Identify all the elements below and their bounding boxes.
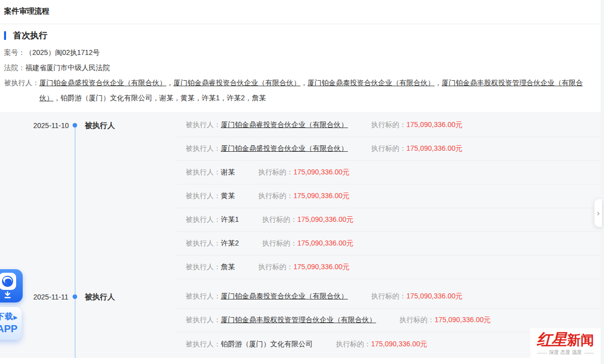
list-separator: ， [195,94,202,102]
court-value: 福建省厦门市中级人民法院 [25,64,110,73]
row-respondent-name: 黄某 [221,192,235,201]
case-number-line: 案号： （2025）闽02执1712号 [4,48,100,57]
row-amount-value: 175,090,336.00元 [293,168,349,177]
row-amount-value: 175,090,336.00元 [435,316,491,325]
respondent-link[interactable]: 铂爵游（厦门）文化有限公司 [61,94,152,102]
row-respondent-label: 被执行人： [186,239,221,248]
row-amount-label: 执行标的： [262,239,297,248]
row-amount-value: 175,090,336.00元 [297,239,353,248]
row-respondent-label: 被执行人： [186,340,221,349]
execution-row: 被执行人：厦门铂金鼎泰投资合伙企业（有限合伙）执行标的：175,090,336.… [176,285,600,309]
list-separator: ， [173,94,180,102]
download-arrow-icon [4,291,12,300]
respondent-name: 黄某 [180,94,195,102]
list-separator: ， [166,79,173,87]
row-amount-label: 执行标的： [258,263,293,272]
tagline-text: 深度 态度 温度 [549,349,582,356]
row-amount-value: 175,090,336.00元 [371,340,427,349]
row-respondent-name: 谢某 [221,168,235,177]
row-amount-value: 175,090,336.00元 [406,120,462,130]
row-respondent-label: 被执行人： [186,292,221,301]
row-amount-label: 执行标的： [262,215,297,224]
row-amount-label: 执行标的： [336,340,371,349]
timeline-groups: 2025-11-10被执行人被执行人：厦门铂金鼎睿投资合伙企业（有限合伙）执行标… [0,113,600,356]
app-download-widget: 下载▶ APP [0,269,24,340]
timeline-area: 2025-11-10被执行人被执行人：厦门铂金鼎睿投资合伙企业（有限合伙）执行标… [0,112,600,358]
execution-row: 被执行人：厦门铂金鼎睿投资合伙企业（有限合伙）执行标的：175,090,336.… [176,113,600,137]
row-amount-value: 175,090,336.00元 [406,144,462,153]
brand-block-text: 新闻 [567,334,594,347]
timeline-group: 2025-11-10被执行人被执行人：厦门铂金鼎睿投资合伙企业（有限合伙）执行标… [0,113,600,279]
row-respondent-label: 被执行人： [186,192,221,201]
tagline-dash-left: —— [537,350,547,355]
case-number-label: 案号： [4,48,25,57]
row-amount-label: 执行标的： [258,192,293,201]
row-amount-label: 执行标的： [399,316,435,325]
respondents-list: 厦门铂金鼎盛投资合伙企业（有限合伙），厦门铂金鼎睿投资合伙企业（有限合伙），厦门… [39,75,598,105]
row-amount-value: 175,090,336.00元 [293,263,349,272]
row-respondent-label: 被执行人： [186,316,221,325]
respondent-link[interactable]: 厦门铂金鼎盛投资合伙企业（有限合伙） [39,79,166,87]
row-respondent-label: 被执行人： [186,263,221,272]
respondents-label: 被执行人： [4,75,39,105]
list-separator: ， [435,79,442,87]
app-download-icon-button[interactable] [0,269,23,302]
page-title: 案件审理流程 [4,7,49,16]
row-respondent-link[interactable]: 厦门铂金鼎丰股权投资管理合伙企业（有限合伙） [221,316,376,325]
timeline-event-title: 被执行人 [85,121,115,131]
timeline-dot-icon [73,123,77,128]
play-arrow-icon: ▶ [14,315,18,320]
row-respondent-link[interactable]: 厦门铂金鼎盛投资合伙企业（有限合伙） [221,144,348,153]
panel-expander[interactable]: › [594,199,602,227]
respondent-link[interactable]: 厦门铂金鼎泰投资合伙企业（有限合伙） [308,79,435,87]
section-accent-bar [4,31,6,40]
row-respondent-link[interactable]: 厦门铂金鼎睿投资合伙企业（有限合伙） [221,120,348,130]
respondents-block: 被执行人： 厦门铂金鼎盛投资合伙企业（有限合伙），厦门铂金鼎睿投资合伙企业（有限… [4,75,598,105]
download-app-button[interactable]: 下载▶ APP [0,307,22,340]
execution-row: 被执行人：黄某执行标的：175,090,336.00元 [176,185,600,208]
row-respondent-link[interactable]: 铂爵游（厦门）文化有限公司 [221,340,313,349]
download-app-text: 下载 [0,312,14,321]
list-separator: ， [53,94,61,102]
row-respondent-label: 被执行人： [186,215,221,224]
row-amount-label: 执行标的： [371,292,406,301]
row-respondent-label: 被执行人： [186,144,221,153]
execution-row: 被执行人：许某1执行标的：175,090,336.00元 [176,208,600,232]
timeline-date: 2025-11-10 [33,122,69,130]
row-amount-label: 执行标的： [258,168,293,177]
list-separator: ， [300,79,308,87]
timeline-rows: 被执行人：厦门铂金鼎睿投资合伙企业（有限合伙）执行标的：175,090,336.… [176,113,600,279]
brand-script-text: 红星 [537,332,566,347]
execution-row: 被执行人：谢某执行标的：175,090,336.00元 [176,161,600,185]
app-logo-icon [0,273,16,290]
timeline-group-left: 2025-11-10被执行人 [0,113,176,279]
case-number-value: （2025）闽02执1712号 [25,48,100,57]
timeline-group: 2025-11-11被执行人被执行人：厦门铂金鼎泰投资合伙企业（有限合伙）执行标… [0,285,600,356]
news-brand-logo: 红星 新闻 —— 深度 态度 温度 —— [530,328,600,359]
court-line: 法院： 福建省厦门市中级人民法院 [4,64,110,73]
timeline-date: 2025-11-11 [33,293,69,301]
row-amount-label: 执行标的： [371,144,406,153]
row-amount-label: 执行标的： [371,120,406,130]
scrollbar-track[interactable] [600,0,604,364]
row-amount-value: 175,090,336.00元 [293,192,349,201]
row-respondent-link[interactable]: 厦门铂金鼎泰投资合伙企业（有限合伙） [221,292,348,301]
header-divider [0,24,600,24]
section-title: 首次执行 [13,30,47,41]
timeline-dot-icon [73,294,77,299]
row-respondent-name: 詹某 [221,263,235,272]
chevron-right-icon: › [597,208,600,218]
row-respondent-label: 被执行人： [186,120,221,130]
timeline-event-title: 被执行人 [85,292,115,302]
row-respondent-name: 许某1 [221,215,239,224]
row-amount-value: 175,090,336.00元 [297,215,353,224]
row-respondent-label: 被执行人： [186,168,221,177]
tagline-dash-right: —— [584,350,593,355]
execution-row: 被执行人：厦门铂金鼎盛投资合伙企业（有限合伙）执行标的：175,090,336.… [176,137,600,161]
court-label: 法院： [4,64,25,73]
row-respondent-name: 许某2 [221,239,239,248]
section-header: 首次执行 [4,30,47,41]
respondent-link[interactable]: 厦门铂金鼎睿投资合伙企业（有限合伙） [173,79,300,87]
app-text: APP [0,323,21,335]
list-separator: ， [245,94,252,102]
